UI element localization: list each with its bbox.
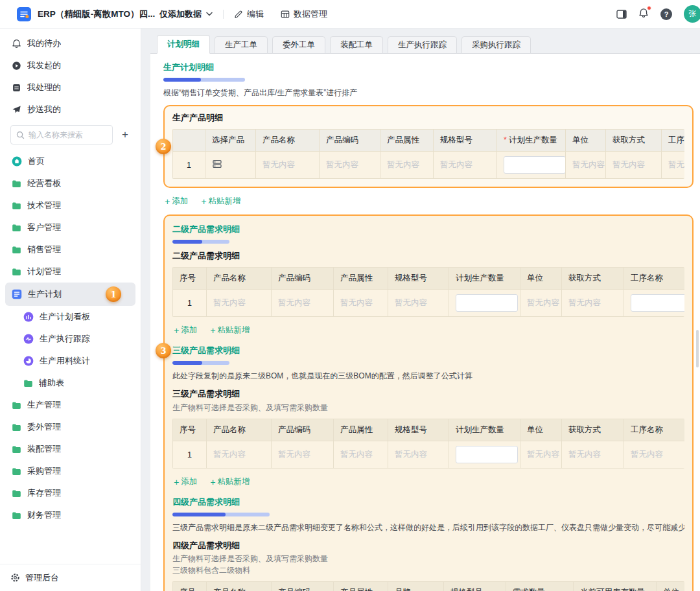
topbar-actions: 仅添加数据 编辑 数据管理 [159,8,344,20]
col-header: 品牌 [388,582,444,591]
sidebar-item-label: 计划管理 [27,266,61,277]
main-area: 计划明细 生产工单 委外工单 装配工单 生产执行跟踪 采购执行跟踪 生产计划明细… [141,29,700,591]
sidebar-item-plan-manage[interactable]: 计划管理 [0,261,141,283]
sidebar-item-exec-tracking[interactable]: 生产执行跟踪 [0,328,141,350]
sidebar-item-label: 技术管理 [27,200,61,211]
col-header: 产品编码 [272,582,334,591]
app-title: ERP（精细版-离散MTO）四... [38,8,155,20]
col-header: 单位 [657,582,685,591]
form-panel: 生产计划明细 根据“销售订单交货期、产品出库/生产需求量表”进行排产 2 生产产… [150,53,700,591]
sidebar-item-label: 生产计划看板 [40,311,90,323]
search-input[interactable] [29,130,107,139]
col-header: 获取方式 [562,268,624,290]
sidebar-item-label: 抄送我的 [27,104,61,115]
panel-toggle-icon[interactable] [616,10,627,19]
tab-plan-detail[interactable]: 计划明细 [157,35,210,54]
col-header: 获取方式 [606,130,662,152]
tab-production-order[interactable]: 生产工单 [215,36,268,54]
plus-icon [210,325,215,336]
l2-process-input[interactable] [631,294,684,312]
tab-bar: 计划明细 生产工单 委外工单 装配工单 生产执行跟踪 采购执行跟踪 [150,35,700,54]
add-data-mode-button[interactable]: 仅添加数据 [159,8,213,20]
subform-title-plan-products: 生产产品明细 [172,112,684,124]
sidebar-item-tech-manage[interactable]: 技术管理 [0,194,141,216]
col-header: 需求数量 [506,582,574,591]
sidebar-item-business-dashboard[interactable]: 经营看板 [0,172,141,194]
progress-bar [172,513,270,516]
admin-backend-button[interactable]: 管理后台 [0,564,141,591]
add-row-label: 添加 [181,325,197,336]
sidebar-item-inventory-manage[interactable]: 库存管理 [0,482,141,504]
add-row-label: 添加 [181,476,197,487]
col-header: 单位 [520,268,562,290]
bell-icon [12,39,21,49]
table-grid-icon [281,10,290,19]
cell-empty: 暂无内容 [334,441,388,469]
sidebar-item-home[interactable]: 首页 [0,150,141,172]
help-button[interactable]: ? [660,8,672,20]
col-header-rowno [173,130,205,152]
sidebar-item-customer-manage[interactable]: 客户管理 [0,216,141,238]
section-title-l3: 三级产品需求明细 [172,345,684,356]
sidebar-item-label: 经营看板 [27,178,61,189]
section-title-l2: 二级产品需求明细 [172,224,684,235]
sidebar-item-production-manage[interactable]: 生产管理 [0,394,141,416]
sidebar-item-my-initiated[interactable]: 我发起的 [0,54,141,76]
cell-empty: 暂无内容 [320,152,380,179]
paste-add-button[interactable]: 粘贴新增 [210,476,250,487]
tab-outsource-order[interactable]: 委外工单 [272,36,325,54]
l3-qty-input[interactable] [456,446,518,463]
data-manage-button[interactable]: 数据管理 [281,8,327,20]
paste-add-button[interactable]: 粘贴新增 [210,325,250,336]
sidebar-item-label: 装配管理 [27,443,61,455]
sidebar-item-purchase-manage[interactable]: 采购管理 [0,460,141,482]
sidebar: 我的待办 我发起的 我处理的 抄送我的 [0,29,141,591]
add-row-button[interactable]: 添加 [174,476,197,487]
tab-assembly-order[interactable]: 装配工单 [330,36,383,54]
search-icon [16,131,25,139]
sidebar-item-finance-manage[interactable]: 财务管理 [0,504,141,526]
sidebar-item-material-stats[interactable]: 生产用料统计 [0,350,141,372]
cell-empty: 暂无内容 [624,441,685,469]
col-header: 选择产品 [205,130,256,152]
plus-icon [174,477,179,487]
sidebar-item-cc-to-me[interactable]: 抄送我的 [0,98,141,121]
sidebar-item-my-handled[interactable]: 我处理的 [0,76,141,98]
col-header: 产品属性 [334,268,388,290]
sidebar-item-plan-kanban[interactable]: 生产计划看板 [0,306,141,328]
notifications-button[interactable] [638,8,649,20]
cell-empty: 暂无内容 [207,441,272,469]
sidebar-item-assembly-manage[interactable]: 装配管理 [0,438,141,460]
sidebar-item-sales-manage[interactable]: 销售管理 [0,238,141,261]
select-product-icon[interactable] [212,159,222,169]
col-header: 规格型号 [388,268,449,290]
tab-exec-tracking[interactable]: 生产执行跟踪 [388,36,457,54]
sidebar-item-outsource-manage[interactable]: 委外管理 [0,416,141,438]
col-header: 产品编码 [272,419,334,441]
clipboard-icon [12,83,21,93]
paste-add-button[interactable]: 粘贴新增 [201,196,240,207]
tab-purchase-tracking[interactable]: 采购执行跟踪 [461,36,531,54]
section-desc-plan: 根据“销售订单交货期、产品出库/生产需求量表”进行排产 [163,87,694,98]
search-box[interactable] [10,125,113,145]
table-row: 1 暂无内容 暂无内容 暂无内容 暂无内容 暂无内容 暂无内容 暂无内容 [173,152,685,179]
cell-empty: 暂无内容 [434,152,497,179]
col-header: 计划生产数量 [449,419,520,441]
col-header: 单位 [520,419,562,441]
edit-button[interactable]: 编辑 [234,8,264,20]
add-new-button[interactable] [117,127,133,143]
col-header: 产品属性 [334,419,388,441]
add-row-button[interactable]: 添加 [174,325,197,336]
sidebar-item-my-todo[interactable]: 我的待办 [0,32,141,54]
l2-qty-input[interactable] [456,294,518,312]
cell-empty: 暂无内容 [520,290,562,317]
avatar[interactable]: 张 [684,5,700,23]
annotation-box-plan-products: 2 生产产品明细 选择产品 产品名称 产品编码 产品属性 规格型号 *计划生产数… [163,105,694,188]
l2-requirements-table: 序号 产品名称 产品编码 产品属性 规格型号 计划生产数量 单位 获取方式 工序… [172,267,684,317]
sidebar-item-production-plan[interactable]: 生产计划 1 [5,283,135,306]
add-row-button[interactable]: 添加 [165,196,188,207]
plan-qty-input[interactable] [504,156,566,174]
sidebar-item-aux-tables[interactable]: 辅助表 [0,372,141,394]
scrollbar-thumb[interactable] [696,330,699,367]
sidebar-item-label: 财务管理 [27,509,61,521]
